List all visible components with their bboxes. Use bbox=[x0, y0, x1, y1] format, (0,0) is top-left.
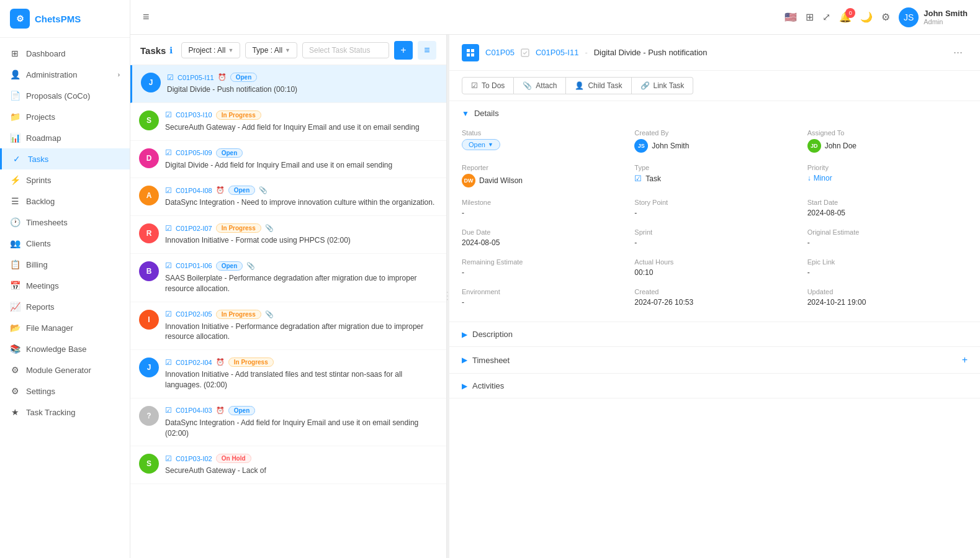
settings-icon[interactable]: ⚙ bbox=[881, 11, 890, 23]
dark-mode-icon[interactable]: 🌙 bbox=[860, 11, 873, 23]
sidebar-item-tasktracking[interactable]: ★ Task Tracking bbox=[0, 402, 130, 423]
task-meta: ☑ C01P02-I07 In Progress 📎 bbox=[165, 223, 438, 233]
status-filter[interactable]: Select Task Status bbox=[302, 42, 389, 58]
nav-label-dashboard: Dashboard bbox=[26, 49, 66, 58]
nav-label-billing: Billing bbox=[26, 260, 48, 269]
actual-hours-field: Actual Hours 00:10 bbox=[634, 258, 794, 277]
tab-todos[interactable]: ☑ To Dos bbox=[462, 77, 514, 94]
task-avatar: J bbox=[141, 73, 161, 92]
task-id: C01P04-I08 bbox=[176, 187, 212, 194]
task-clock-icon: ⏰ bbox=[216, 407, 225, 415]
sidebar-item-modulegenerator[interactable]: ⚙ Module Generator bbox=[0, 359, 130, 380]
status-value: Open ▼ bbox=[462, 139, 622, 150]
nav-label-tasktracking: Task Tracking bbox=[26, 408, 75, 417]
todos-icon: ☑ bbox=[471, 81, 478, 90]
user-avatar-area[interactable]: JS John Smith Admin bbox=[899, 7, 968, 27]
sidebar-item-filemanager[interactable]: 📂 File Manager bbox=[0, 317, 130, 338]
task-content: ☑ C01P01-I06 Open 📎 SAAS Boilerplate - P… bbox=[165, 261, 438, 294]
nav-label-timesheets: Timesheets bbox=[26, 218, 68, 227]
sidebar-item-meetings[interactable]: 📅 Meetings bbox=[0, 275, 130, 296]
task-check-icon: ☑ bbox=[167, 73, 174, 82]
nav-icon-meetings: 📅 bbox=[10, 281, 20, 290]
nav-label-clients: Clients bbox=[26, 239, 51, 248]
list-view-button[interactable]: ≡ bbox=[418, 41, 436, 60]
task-check-icon: ☑ bbox=[165, 110, 172, 119]
tab-attach[interactable]: 📎 Attach bbox=[514, 77, 566, 94]
task-item[interactable]: J ☑ C01P02-I04 ⏰ In Progress Innovation … bbox=[130, 350, 446, 398]
sidebar-item-billing[interactable]: 📋 Billing bbox=[0, 254, 130, 275]
task-meta: ☑ C01P05-I09 Open bbox=[165, 148, 438, 158]
detail-task-title: Digital Divide - Push notification bbox=[594, 48, 708, 57]
sidebar-item-settings[interactable]: ⚙ Settings bbox=[0, 380, 130, 402]
task-status-badge: Open bbox=[216, 261, 243, 271]
hamburger-icon[interactable]: ≡ bbox=[143, 11, 150, 24]
logo-icon: ⚙ bbox=[10, 9, 30, 29]
nav-label-settings: Settings bbox=[26, 387, 55, 396]
status-badge[interactable]: Open ▼ bbox=[462, 139, 500, 150]
task-title: Innovation Initiative - Performance degr… bbox=[165, 322, 438, 343]
sidebar-item-reports[interactable]: 📈 Reports bbox=[0, 296, 130, 317]
task-item[interactable]: S ☑ C01P03-I02 On Hold SecureAuth Gatewa… bbox=[130, 446, 446, 484]
sprint-label: Sprint bbox=[634, 228, 794, 236]
sidebar-item-knowledgebase[interactable]: 📚 Knowledge Base bbox=[0, 338, 130, 359]
task-item[interactable]: A ☑ C01P04-I08 ⏰ Open 📎 DataSync Integra… bbox=[130, 178, 446, 216]
sidebar-item-roadmap[interactable]: 📊 Roadmap bbox=[0, 127, 130, 148]
add-task-button[interactable]: + bbox=[394, 41, 413, 60]
sidebar-item-proposals[interactable]: 📄 Proposals (CoCo) bbox=[0, 85, 130, 106]
project-filter[interactable]: Project : All ▼ bbox=[181, 42, 240, 58]
sidebar-item-administration[interactable]: 👤 Administration › bbox=[0, 64, 130, 85]
type-filter[interactable]: Type : All ▼ bbox=[245, 42, 297, 58]
type-label: Type bbox=[634, 164, 794, 171]
task-item[interactable]: J ☑ C01P05-I11 ⏰ Open Digital Divide - P… bbox=[130, 65, 446, 103]
task-avatar: B bbox=[139, 261, 159, 281]
task-item[interactable]: B ☑ C01P01-I06 Open 📎 SAAS Boilerplate -… bbox=[130, 254, 446, 302]
task-item[interactable]: ? ☑ C01P04-I03 ⏰ Open DataSync Integrati… bbox=[130, 398, 446, 447]
description-section-header[interactable]: ▶ Description bbox=[449, 322, 980, 346]
assigned-to-avatar: JD bbox=[807, 139, 821, 153]
task-item[interactable]: I ☑ C01P02-I05 In Progress 📎 Innovation … bbox=[130, 302, 446, 351]
details-section: ▼ Details Status Open ▼ bbox=[449, 101, 980, 322]
remaining-estimate-label: Remaining Estimate bbox=[462, 258, 622, 266]
task-check-icon: ☑ bbox=[165, 186, 172, 195]
detail-more-button[interactable]: ··· bbox=[948, 43, 968, 61]
nav-icon-administration: 👤 bbox=[10, 70, 20, 79]
tab-link-task[interactable]: 🔗 Link Task bbox=[632, 77, 694, 94]
sidebar-item-clients[interactable]: 👥 Clients bbox=[0, 233, 130, 254]
task-item[interactable]: R ☑ C01P02-I07 In Progress 📎 Innovation … bbox=[130, 216, 446, 254]
nav-label-filemanager: File Manager bbox=[26, 323, 73, 333]
epic-link-field: Epic Link - bbox=[807, 258, 968, 277]
bell-icon[interactable]: 🔔 0 bbox=[839, 11, 852, 23]
tab-child-task[interactable]: 👤 Child Task bbox=[566, 77, 631, 94]
task-item[interactable]: D ☑ C01P05-I09 Open Digital Divide - Add… bbox=[130, 141, 446, 179]
detail-project-code[interactable]: C01P05 bbox=[485, 48, 515, 57]
task-meta: ☑ C01P02-I04 ⏰ In Progress bbox=[165, 358, 438, 367]
task-item[interactable]: S ☑ C01P03-I10 In Progress SecureAuth Ga… bbox=[130, 103, 446, 141]
page-body: Tasks ℹ Project : All ▼ Type : All ▼ Sel… bbox=[130, 35, 980, 558]
status-text: Open bbox=[469, 141, 485, 148]
sidebar: ⚙ ChetsPMS ⊞ Dashboard 👤 Administration … bbox=[0, 0, 130, 558]
task-id: C01P04-I03 bbox=[176, 407, 212, 414]
timesheet-add-icon[interactable]: + bbox=[962, 354, 968, 366]
page-info-icon[interactable]: ℹ bbox=[169, 45, 173, 55]
updated-label: Updated bbox=[807, 288, 968, 295]
details-section-header[interactable]: ▼ Details bbox=[449, 101, 980, 125]
nav-icon-dashboard: ⊞ bbox=[10, 48, 20, 58]
status-dropdown-arrow: ▼ bbox=[488, 142, 493, 148]
sidebar-item-tasks[interactable]: ✓ Tasks bbox=[0, 148, 130, 169]
flag-icon[interactable]: 🇺🇸 bbox=[784, 11, 797, 23]
nav-icon-settings: ⚙ bbox=[10, 386, 20, 396]
sidebar-item-projects[interactable]: 📁 Projects bbox=[0, 106, 130, 127]
user-name: John Smith bbox=[924, 9, 968, 18]
sidebar-item-sprints[interactable]: ⚡ Sprints bbox=[0, 169, 130, 191]
grid-icon[interactable]: ⊞ bbox=[806, 11, 814, 23]
task-title: Innovation Initiative - Add translated f… bbox=[165, 369, 438, 390]
activities-section-header[interactable]: ▶ Activities bbox=[449, 374, 980, 398]
app-logo[interactable]: ⚙ ChetsPMS bbox=[0, 0, 130, 38]
detail-title-separator: - bbox=[585, 48, 587, 57]
timesheet-section-header[interactable]: ▶ Timesheet + bbox=[449, 347, 980, 373]
fullscreen-icon[interactable]: ⤢ bbox=[822, 11, 830, 23]
timesheet-label: Timesheet bbox=[472, 356, 510, 365]
sidebar-item-backlog[interactable]: ☰ Backlog bbox=[0, 191, 130, 212]
sidebar-item-dashboard[interactable]: ⊞ Dashboard bbox=[0, 43, 130, 64]
sidebar-item-timesheets[interactable]: 🕐 Timesheets bbox=[0, 212, 130, 233]
